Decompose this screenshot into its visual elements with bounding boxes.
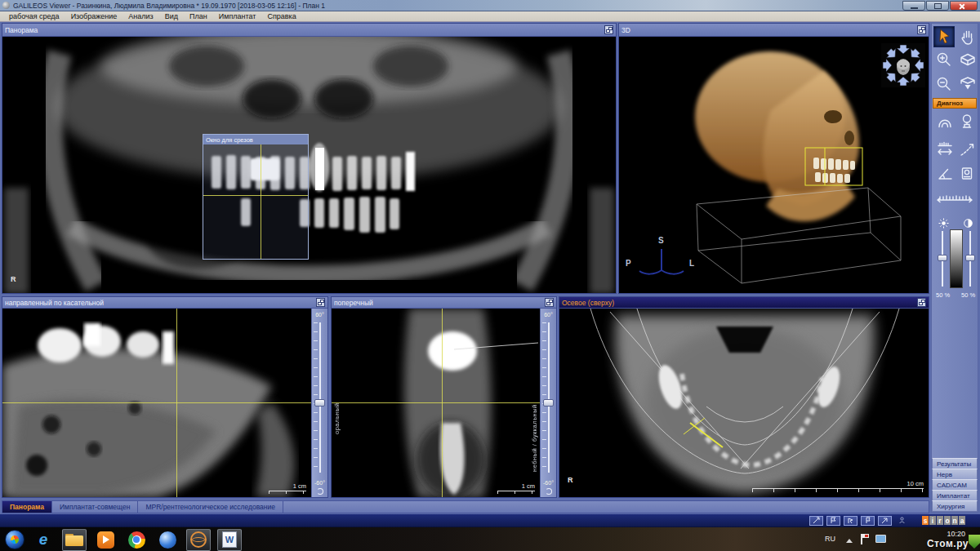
section-implant[interactable]: Имплантат: [932, 490, 978, 501]
system-tray: RU 10:20 Стом.ру: [825, 527, 980, 551]
antivirus-shield-icon[interactable]: [969, 535, 980, 549]
section-results[interactable]: Результаты: [932, 458, 978, 469]
transversal-image[interactable]: оральный небный / буккальный 60° -60° 1 …: [332, 309, 556, 497]
panel-maximize-icon[interactable]: [917, 25, 926, 34]
sirona-logo: sirona: [922, 516, 965, 525]
crosshair-vertical[interactable]: [176, 309, 177, 497]
language-indicator[interactable]: RU: [825, 535, 835, 543]
menu-help[interactable]: Справка: [261, 12, 301, 20]
brightness-value: 50 %: [936, 291, 950, 299]
slice-export-icon[interactable]: [956, 73, 978, 95]
menu-workspace[interactable]: рабочая среда: [3, 12, 65, 20]
panoramic-xray-rendering: [2, 37, 616, 293]
diagnose-mode-button[interactable]: Диагноз: [933, 98, 977, 109]
curve-measure-icon[interactable]: [956, 138, 978, 159]
galileos-viewer-window: GALILEOS Viewer - Разинкина, Людмила Вла…: [0, 0, 980, 551]
tool-sidebar: Диагноз: [931, 23, 978, 513]
axial-panel: Осевое (сверху): [559, 296, 929, 498]
marker-tool-icon-1[interactable]: [809, 516, 823, 526]
reset-rotation-icon[interactable]: [546, 488, 552, 495]
internet-explorer-icon[interactable]: e: [31, 529, 56, 551]
action-center-flag-icon[interactable]: [861, 534, 869, 544]
slider-track[interactable]: [548, 322, 550, 473]
dental-arch-icon[interactable]: [933, 111, 955, 132]
panel-maximize-icon[interactable]: [917, 298, 926, 307]
marker-tool-icon-5[interactable]: [878, 516, 892, 526]
rotation-head-widget[interactable]: [881, 43, 925, 87]
galileos-app-icon[interactable]: [186, 529, 211, 551]
scale-ruler-icon[interactable]: [934, 189, 975, 211]
panel-title: 3D: [621, 26, 917, 34]
grayscale-gradient-bar: [950, 229, 963, 288]
tray-expand-icon[interactable]: [846, 539, 853, 543]
panel-maximize-icon[interactable]: [316, 298, 325, 307]
clock[interactable]: 10:20: [947, 530, 965, 538]
slice-crosshair-vertical[interactable]: [261, 144, 261, 259]
maximize-button[interactable]: [926, 1, 949, 11]
scale-ruler: 1 cm: [497, 482, 535, 495]
tangential-panel: направленный по касательной: [2, 296, 328, 498]
section-nerve[interactable]: Нерв: [932, 469, 978, 480]
menu-implant[interactable]: Имплантат: [213, 12, 262, 20]
pointer-tool[interactable]: [933, 26, 955, 47]
network-display-icon[interactable]: [875, 535, 886, 543]
threed-view[interactable]: S P L: [619, 37, 929, 293]
slice-window-title[interactable]: Окно для срезов: [203, 135, 308, 144]
threed-header[interactable]: 3D: [619, 24, 929, 37]
slider-track[interactable]: [319, 322, 321, 473]
crosshair-horizontal[interactable]: [332, 402, 540, 403]
file-explorer-icon[interactable]: [62, 529, 87, 551]
transversal-panel: поперечный оральный небный / буккальный …: [331, 296, 557, 498]
chrome-icon[interactable]: [124, 529, 149, 551]
tab-implant-aligned[interactable]: Имплантат-совмещен: [52, 501, 138, 513]
imaging-device-icon[interactable]: [956, 162, 978, 184]
menu-plan[interactable]: План: [184, 12, 213, 20]
minimize-button[interactable]: [902, 1, 925, 11]
word-icon[interactable]: W: [217, 529, 242, 551]
tab-mpr[interactable]: MPR/рентгенологическое исследование: [138, 501, 283, 513]
axial-image[interactable]: R 10 cm: [559, 309, 929, 497]
crosshair-horizontal[interactable]: [2, 402, 311, 403]
slider-thumb[interactable]: [314, 399, 325, 407]
marker-tool-icon-2[interactable]: [826, 516, 840, 526]
media-player-icon[interactable]: [93, 529, 118, 551]
reset-rotation-icon[interactable]: [317, 488, 323, 495]
panorama-image[interactable]: Окно для срезов R: [2, 37, 616, 293]
start-button[interactable]: [5, 530, 24, 549]
zoom-out-icon[interactable]: [933, 73, 955, 95]
axial-header[interactable]: Осевое (сверху): [559, 297, 929, 309]
angle-measure-icon[interactable]: [933, 162, 955, 184]
slice-crosshair-horizontal[interactable]: [203, 195, 308, 196]
distance-measure-icon[interactable]: [933, 138, 955, 159]
pan-hand-icon[interactable]: [956, 26, 978, 47]
crosshair-vertical[interactable]: [442, 309, 443, 497]
title-bar[interactable]: GALILEOS Viewer - Разинкина, Людмила Вла…: [0, 0, 980, 11]
contrast-slider-thumb[interactable]: [965, 255, 975, 261]
menu-analysis[interactable]: Анализ: [122, 12, 158, 20]
slider-thumb[interactable]: [543, 399, 554, 407]
transversal-angle-slider[interactable]: 60° -60°: [540, 309, 556, 497]
marker-tool-icon-4[interactable]: [861, 516, 875, 526]
brightness-slider-thumb[interactable]: [938, 255, 947, 261]
close-button[interactable]: [950, 1, 978, 11]
tangential-header[interactable]: направленный по касательной: [2, 297, 327, 309]
panel-maximize-icon[interactable]: [545, 298, 554, 307]
slice-window-overlay[interactable]: Окно для срезов: [203, 134, 309, 260]
tangential-image[interactable]: 60° -60° 1 cm: [2, 309, 327, 497]
zoom-in-icon[interactable]: [933, 49, 955, 70]
panorama-header[interactable]: Панорама: [2, 24, 616, 37]
slider-ticks: [542, 322, 546, 473]
slice-stack-icon[interactable]: [956, 49, 978, 70]
section-surgery[interactable]: Хирургия: [932, 500, 978, 512]
globe-app-icon[interactable]: [155, 529, 180, 551]
section-cadcam[interactable]: CAD/CAM: [932, 479, 978, 491]
marker-tool-icon-3[interactable]: [844, 516, 858, 526]
orientation-axes: S P L: [624, 238, 699, 285]
menu-view[interactable]: Вид: [159, 12, 184, 20]
cephalometric-icon[interactable]: [956, 111, 978, 132]
panel-maximize-icon[interactable]: [604, 25, 613, 34]
tab-panorama[interactable]: Панорама: [2, 501, 52, 513]
tangential-angle-slider[interactable]: 60° -60°: [311, 309, 327, 497]
transversal-header[interactable]: поперечный: [332, 297, 556, 309]
menu-image[interactable]: Изображение: [65, 12, 123, 20]
